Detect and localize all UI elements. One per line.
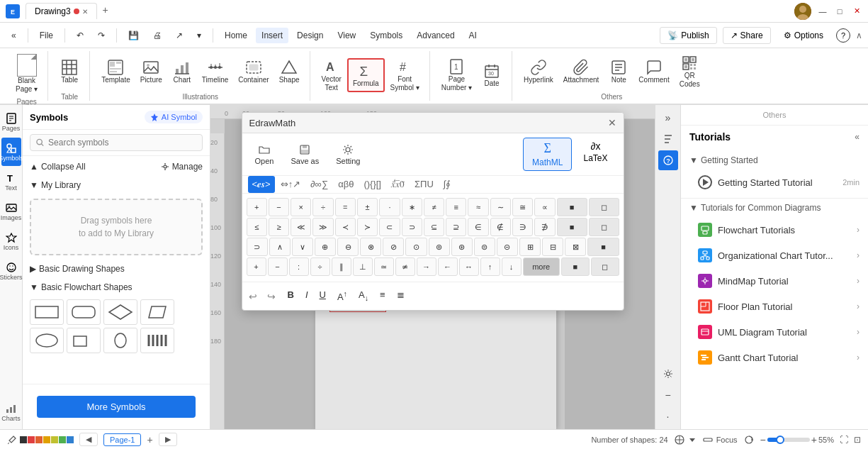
key-notin[interactable]: ∉ [490,218,511,236]
dialog-setting-button[interactable]: Setting [330,141,366,168]
ribbon-date[interactable]: 30 Date [478,60,506,91]
key-lrarr[interactable]: ↔ [459,257,479,276]
key-oxbox[interactable]: ⊠ [565,238,586,256]
shape-rectangle[interactable] [30,299,64,325]
sidebar-icons[interactable]: Icons [1,227,21,255]
rpanel-expand-button[interactable]: » [658,108,678,128]
formula-redo-button[interactable]: ↪ [265,289,278,304]
flowchart-tutorial-item[interactable]: Flowchart Tutorials › [681,217,868,243]
key-div2[interactable]: ÷ [310,257,330,276]
org-chart-tutorial-item[interactable]: Organizational Chart Tutor... › [681,243,868,268]
search-input[interactable] [48,138,196,148]
ribbon-qr-codes[interactable]: QRCodes [675,52,704,92]
collapse-ribbon-button[interactable]: ∧ [856,31,862,40]
key-spec5[interactable]: ■ [587,238,619,256]
print-button[interactable]: 🖨 [147,28,167,43]
key-equiv[interactable]: ≡ [446,198,466,216]
key-sub[interactable]: ⊂ [379,218,400,236]
key-spec4[interactable]: ◻ [589,218,619,236]
add-tab-button[interactable]: + [98,3,113,17]
menu-dropdown-button[interactable]: ▾ [191,28,207,43]
menu-symbols[interactable]: Symbols [364,28,408,43]
key-div[interactable]: ÷ [312,198,333,216]
menu-ai[interactable]: AI [463,28,483,43]
mathml-mode-button[interactable]: Σ MathML [523,138,572,171]
rpanel-dot-button[interactable]: · [658,406,678,426]
key-notni[interactable]: ∌ [534,218,555,236]
shape-rounded-rect[interactable] [67,299,101,325]
common-diagrams-header[interactable]: ▼ Tutorials for Common Diagrams [681,198,868,217]
add-page-button[interactable]: + [147,434,152,445]
zoom-slider-thumb[interactable] [776,436,784,444]
my-library-header[interactable]: ▼ My Library [23,177,210,193]
key-leq[interactable]: ≤ [247,218,267,236]
key-in[interactable]: ∈ [468,218,488,236]
format-bold-button[interactable]: B [283,288,298,304]
tab-drawing3[interactable]: Drawing3 ✕ [26,3,97,19]
more-symbols-button[interactable]: More Symbols [37,396,196,418]
zoom-out-button[interactable]: − [760,434,766,445]
publish-button[interactable]: 📡 Publish [660,27,716,44]
redo-button[interactable]: ↷ [92,28,111,43]
key-uarr[interactable]: ↑ [480,257,500,276]
library-drop-zone[interactable]: Drag symbols here to add to My Library [30,199,203,255]
key-sup[interactable]: ⊃ [402,218,422,236]
sidebar-symbols[interactable]: Symbols [1,138,21,166]
key-oplus[interactable]: ⊕ [315,238,336,256]
key-par[interactable]: ∥ [332,257,351,276]
menu-home[interactable]: Home [219,28,253,43]
ribbon-shape[interactable]: Shape [275,56,304,87]
key-rarr[interactable]: → [417,257,436,276]
key-or[interactable]: ∨ [292,238,313,256]
key-minus2[interactable]: − [268,257,288,276]
page-minus-button[interactable]: ◀ [79,433,98,446]
ribbon-chart[interactable]: Chart [168,56,196,87]
floor-plan-tutorial-item[interactable]: Floor Plan Tutorial › [681,294,868,319]
export-button[interactable]: ↗ [170,28,188,43]
save-button[interactable]: 💾 [123,28,145,43]
key-spec3[interactable]: ■ [557,218,587,236]
key-odot[interactable]: ⊙ [405,238,427,256]
ribbon-container[interactable]: Container [234,56,273,87]
key-nsimeq[interactable]: ≄ [395,257,415,276]
key-dot[interactable]: · [379,198,400,216]
help-button[interactable]: ? [836,28,850,43]
rpanel-format-button[interactable] [658,129,678,149]
options-button[interactable]: ⚙ Options [777,28,830,43]
key-times[interactable]: × [291,198,311,216]
key-plusminus[interactable]: ± [357,198,378,216]
key-oeq[interactable]: ⊜ [474,238,495,256]
ribbon-timeline[interactable]: Timeline [198,56,232,87]
key-prec[interactable]: ≺ [335,218,356,236]
rpanel-help-button[interactable]: ? [658,150,678,170]
zoom-slider[interactable] [767,438,810,442]
getting-started-tutorial-item[interactable]: Getting Started Tutorial 2min [681,170,868,195]
key-spec1[interactable]: ■ [557,198,587,216]
close-button[interactable]: ✕ [851,6,862,17]
key-ombox[interactable]: ⊟ [542,238,563,256]
shape-cylinder[interactable] [67,328,101,353]
ribbon-attachment[interactable]: Attachment [559,56,604,87]
format-align-justify-button[interactable]: ≣ [393,288,409,304]
format-size-up-button[interactable]: A↑ [333,288,351,304]
manage-button[interactable]: Manage [161,162,203,172]
key-oslash[interactable]: ⊘ [383,238,404,256]
ribbon-page-number[interactable]: 1 PageNumber ▾ [437,55,476,95]
key-sim[interactable]: ∼ [490,198,511,216]
basic-flowchart-shapes-header[interactable]: ▼ Basic Flowchart Shapes [23,279,210,295]
ribbon-comment[interactable]: Comment [634,56,673,87]
ribbon-font-symbol[interactable]: # FontSymbol ▾ [386,55,424,95]
key-gg[interactable]: ≫ [312,218,333,236]
sidebar-images[interactable]: Images [1,197,21,226]
format-italic-button[interactable]: I [301,288,312,304]
key-otimes[interactable]: ⊗ [360,238,381,256]
ribbon-formula[interactable]: Σ Formula [347,58,385,92]
ribbon-table[interactable]: Table [55,56,84,87]
shape-oval[interactable] [30,328,64,353]
sym-tab-6[interactable]: ΣΠU [410,176,438,193]
dialog-open-button[interactable]: Open [249,141,280,168]
getting-started-header[interactable]: ▼ Getting Started [681,151,868,170]
sym-tab-4[interactable]: (){}[] [359,176,385,193]
fit-button[interactable]: ⊡ [854,435,861,445]
basic-drawing-shapes-header[interactable]: ▶ Basic Drawing Shapes [23,261,210,277]
